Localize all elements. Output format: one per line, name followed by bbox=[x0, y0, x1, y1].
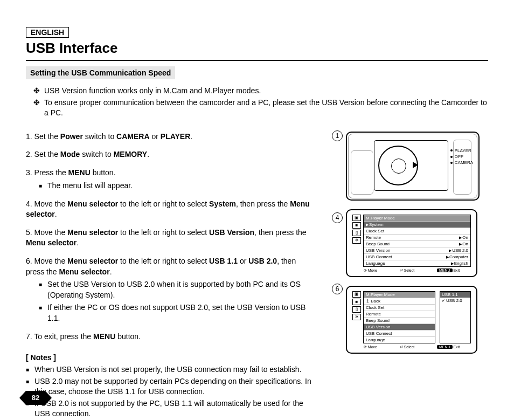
gear-icon: ✲ bbox=[352, 237, 361, 244]
step-number: 3. bbox=[26, 168, 32, 177]
figure-label-4: 4 bbox=[332, 212, 343, 223]
figure-power-dial: PLAYER OFF CAMERA bbox=[346, 132, 480, 201]
substep: ■Set the USB Version to USB 2.0 when it … bbox=[39, 279, 311, 300]
substep: ■The menu list will appear. bbox=[39, 181, 311, 191]
figures-column: 1 4 6 PLAYER OFF CAMERA ▣ ■ bbox=[327, 132, 488, 420]
pointer-icon bbox=[413, 162, 418, 168]
option-usb11: USB 1.1 bbox=[440, 292, 470, 298]
camera-icon: ▣ bbox=[352, 215, 361, 221]
menu-row: Clock Set bbox=[364, 228, 470, 234]
title-divider bbox=[26, 60, 488, 61]
section-heading: Setting the USB Communication Speed bbox=[26, 66, 175, 79]
menu-main: M.Player Mode ↥ Back Clock Set Remote Be… bbox=[363, 291, 435, 343]
step-number: 1. bbox=[26, 132, 32, 141]
menu-row: USB VersionUSB 2.0 bbox=[364, 247, 470, 253]
steps-list: 1. Set the Power switch to CAMERA or PLA… bbox=[26, 132, 311, 342]
menu-footer: ⟳ Move ⏎ Select MENU Exit bbox=[352, 267, 471, 273]
diamond-icon: ✤ bbox=[33, 86, 40, 97]
menu-row: Clock Set bbox=[364, 304, 435, 311]
note-item: ■When USB Version is not set properly, t… bbox=[26, 364, 311, 375]
figure-label-6: 6 bbox=[332, 284, 343, 294]
menu-row: Language bbox=[364, 336, 435, 343]
note-item: ■USB 2.0 may not be supported by certain… bbox=[26, 376, 311, 397]
step-5: 5. Move the Menu selector to the left or… bbox=[26, 228, 311, 249]
dot-icon bbox=[450, 149, 453, 152]
tape-icon: ■ bbox=[352, 299, 361, 305]
notes-heading: [ Notes ] bbox=[26, 353, 311, 363]
figure-menu-usb-version: ▣ ■ ▯ ✲ M.Player Mode ↥ Back Clock Set R… bbox=[346, 286, 477, 354]
intro-text: To ensure proper communication between t… bbox=[44, 98, 488, 119]
intro-text: USB Version function works only in M.Cam… bbox=[44, 86, 261, 97]
notes-list: ■When USB Version is not set properly, t… bbox=[26, 364, 311, 419]
substep: ■If either the PC or OS does not support… bbox=[39, 302, 311, 323]
dot-icon bbox=[450, 156, 453, 158]
step-number: 5. bbox=[26, 228, 32, 237]
step-3: 3. Press the MENU button. ■The menu list… bbox=[26, 168, 311, 191]
power-dial bbox=[378, 146, 418, 185]
menu-side-icons: ▣ ■ ▯ ✲ bbox=[352, 291, 361, 343]
menu-row: USB ConnectComputer bbox=[364, 253, 470, 260]
step-number: 7. bbox=[26, 332, 32, 341]
menu-side-icons: ▣ ■ ▯ ✲ bbox=[352, 215, 361, 267]
gear-icon: ✲ bbox=[352, 314, 361, 320]
card-icon: ▯ bbox=[352, 306, 361, 313]
manual-page: ENGLISH USB Interface Setting the USB Co… bbox=[0, 0, 514, 420]
intro-block: ✤ USB Version function works only in M.C… bbox=[26, 86, 488, 120]
content-row: 1. Set the Power switch to CAMERA or PLA… bbox=[26, 132, 488, 420]
menu-row: Beep SoundOn bbox=[364, 240, 470, 247]
square-icon: ■ bbox=[39, 302, 42, 323]
menu-row: USB Connect bbox=[364, 330, 435, 336]
step-number: 2. bbox=[26, 150, 32, 159]
page-title: USB Interface bbox=[26, 40, 488, 57]
text-column: 1. Set the Power switch to CAMERA or PLA… bbox=[26, 132, 311, 420]
arrow-badge-icon: 82 bbox=[19, 391, 52, 405]
step-4: 4. Move the Menu selector to the left or… bbox=[26, 199, 311, 220]
intro-bullet: ✤ USB Version function works only in M.C… bbox=[26, 86, 488, 98]
dial-labels: PLAYER OFF CAMERA bbox=[450, 148, 473, 166]
menu-mode-title: M.Player Mode bbox=[364, 292, 435, 298]
menu-row-system: System bbox=[364, 221, 470, 228]
figure-menu-system: ▣ ■ ▯ ✲ M.Player Mode System Clock Set R… bbox=[346, 209, 477, 277]
menu-main: M.Player Mode System Clock Set RemoteOn … bbox=[363, 215, 471, 267]
camera-icon: ▣ bbox=[352, 291, 361, 298]
square-icon: ■ bbox=[39, 181, 42, 191]
step-1: 1. Set the Power switch to CAMERA or PLA… bbox=[26, 132, 311, 142]
menu-mode-title: M.Player Mode bbox=[364, 215, 470, 221]
option-usb20: USB 2.0 bbox=[440, 298, 470, 304]
menu-row: Remote bbox=[364, 311, 435, 317]
card-icon: ▯ bbox=[352, 230, 361, 236]
step-2: 2. Set the Mode switch to MEMORY. bbox=[26, 149, 311, 160]
intro-bullet: ✤ To ensure proper communication between… bbox=[26, 98, 488, 120]
language-label: ENGLISH bbox=[26, 27, 69, 38]
dot-icon bbox=[450, 162, 453, 164]
svg-text:82: 82 bbox=[32, 394, 39, 402]
tape-icon: ■ bbox=[352, 222, 361, 229]
figure-label-1: 1 bbox=[332, 130, 343, 141]
page-number-badge: 82 bbox=[19, 391, 52, 405]
step-number: 6. bbox=[26, 257, 32, 265]
menu-row-usb-version: USB Version bbox=[364, 323, 435, 330]
diamond-icon: ✤ bbox=[33, 98, 40, 119]
step-6: 6. Move the Menu selector to the left or… bbox=[26, 256, 311, 324]
step-7: 7. To exit, press the MENU button. bbox=[26, 332, 311, 342]
menu-row: RemoteOn bbox=[364, 234, 470, 240]
menu-footer: ⟳ Move ⏎ Select MENU Exit bbox=[352, 343, 471, 349]
submenu-options: USB 1.1 USB 2.0 bbox=[440, 291, 471, 343]
note-item: ■If USB 2.0 is not supported by the PC, … bbox=[26, 398, 311, 419]
square-icon: ■ bbox=[26, 364, 29, 375]
square-icon: ■ bbox=[39, 279, 42, 300]
menu-row: LanguageEnglish bbox=[364, 260, 470, 266]
menu-row-back: ↥ Back bbox=[364, 298, 435, 304]
step-number: 4. bbox=[26, 199, 32, 208]
menu-row: Beep Sound bbox=[364, 317, 435, 323]
